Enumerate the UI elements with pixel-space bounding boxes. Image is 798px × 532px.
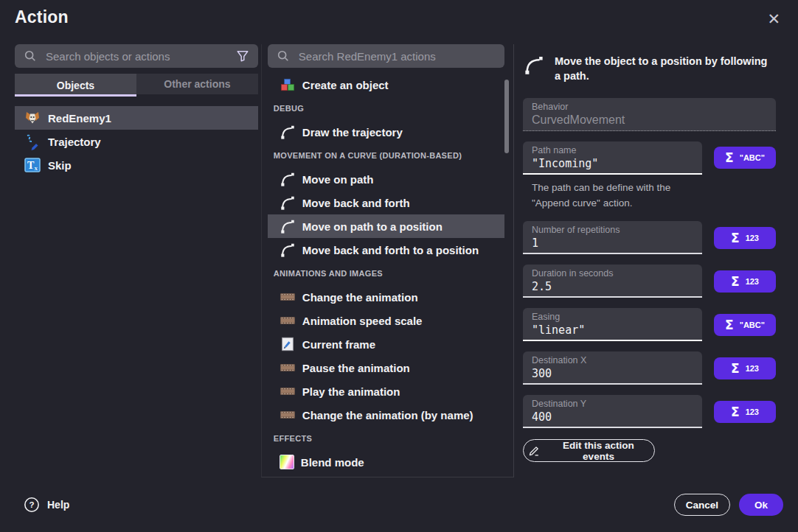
action-label: Change the animation (by name) bbox=[302, 409, 473, 421]
destination-y-field[interactable]: Destination Y bbox=[523, 395, 702, 428]
close-icon[interactable]: ✕ bbox=[760, 7, 788, 32]
blend-icon bbox=[280, 455, 294, 469]
action-label: Animation speed scale bbox=[302, 315, 423, 327]
parameters-panel: Move the object to a position by followi… bbox=[523, 44, 783, 477]
action-item-animation-speed-scale[interactable]: Animation speed scale bbox=[268, 309, 504, 332]
sigma-icon: Σ bbox=[731, 361, 740, 376]
destination-x-input[interactable] bbox=[532, 367, 693, 380]
dialog-footer: ? Help Cancel Ok bbox=[0, 477, 798, 532]
object-item-skip[interactable]: T x Skip bbox=[15, 153, 258, 177]
curve-icon bbox=[280, 171, 296, 187]
expression-editor-number-button[interactable]: Σ 123 bbox=[714, 270, 776, 293]
object-item-trajectory[interactable]: Trajectory bbox=[15, 130, 258, 153]
action-label: Move on path to a position bbox=[302, 220, 443, 233]
object-item-redenemy1[interactable]: RedEnemy1 bbox=[15, 106, 258, 130]
action-item-draw-the-trajectory[interactable]: Draw the trajectory bbox=[268, 120, 504, 144]
path-name-field[interactable]: Path name bbox=[523, 141, 702, 175]
expression-editor-string-button[interactable]: Σ "ABC" bbox=[714, 147, 776, 169]
actions-search-box[interactable] bbox=[268, 44, 504, 68]
action-label: Draw the trajectory bbox=[302, 126, 403, 139]
footer-actions: Cancel Ok bbox=[674, 494, 783, 516]
objects-search-input[interactable] bbox=[44, 49, 229, 63]
action-label: Play the animation bbox=[302, 385, 400, 398]
expression-editor-number-button[interactable]: Σ 123 bbox=[714, 357, 776, 379]
action-item-blend-mode[interactable]: Blend mode bbox=[268, 450, 504, 474]
sigma-icon: Σ bbox=[725, 150, 734, 165]
search-icon bbox=[277, 49, 290, 63]
actions-scrollbar-thumb[interactable] bbox=[504, 80, 509, 153]
destination-y-input[interactable] bbox=[532, 410, 693, 424]
path-name-input[interactable] bbox=[532, 157, 693, 170]
tab-objects[interactable]: Objects bbox=[15, 74, 136, 97]
object-label: Skip bbox=[48, 159, 72, 172]
action-item-move-on-path-to-a-position[interactable]: Move on path to a position bbox=[268, 214, 504, 238]
expression-type-label: 123 bbox=[746, 234, 759, 242]
field-label: Duration in seconds bbox=[532, 268, 693, 279]
help-button[interactable]: ? Help bbox=[24, 497, 69, 513]
expression-editor-string-button[interactable]: Σ "ABC" bbox=[714, 314, 776, 336]
action-item-current-frame[interactable]: Current frame bbox=[268, 332, 504, 356]
action-item-change-the-animation[interactable]: Change the animation bbox=[268, 285, 504, 309]
action-item-move-back-and-forth[interactable]: Move back and forth bbox=[268, 191, 504, 214]
action-item-move-on-path[interactable]: Move on path bbox=[268, 167, 504, 191]
sigma-icon: Σ bbox=[731, 231, 740, 245]
section-header-movement-on-a-curve: MOVEMENT ON A CURVE (DURATION-BASED) bbox=[268, 144, 504, 167]
section-header-effects: EFFECTS bbox=[268, 427, 504, 450]
film-icon bbox=[280, 312, 296, 329]
objects-list: RedEnemy1 Trajectory T bbox=[15, 106, 258, 177]
object-label: Trajectory bbox=[48, 136, 101, 148]
section-header-debug: DEBUG bbox=[268, 97, 504, 120]
field-label: Destination X bbox=[532, 355, 693, 365]
action-label: Current frame bbox=[302, 338, 375, 351]
duration-input[interactable] bbox=[532, 280, 693, 293]
film-icon bbox=[280, 360, 296, 376]
action-label: Pause the animation bbox=[302, 362, 410, 374]
svg-text:x: x bbox=[35, 164, 38, 172]
action-item-change-the-animation-by-name[interactable]: Change the animation (by name) bbox=[268, 403, 504, 427]
sigma-icon: Σ bbox=[731, 405, 740, 419]
object-label: RedEnemy1 bbox=[48, 112, 111, 125]
easing-field[interactable]: Easing bbox=[523, 308, 702, 341]
objects-search-box[interactable] bbox=[15, 44, 258, 68]
action-label: Change the animation bbox=[302, 291, 418, 304]
action-label: Blend mode bbox=[301, 456, 364, 469]
search-icon bbox=[24, 49, 37, 63]
filter-icon[interactable] bbox=[236, 49, 249, 63]
action-item-pause-the-animation[interactable]: Pause the animation bbox=[268, 356, 504, 379]
curve-icon bbox=[280, 124, 296, 140]
tab-other-actions[interactable]: Other actions bbox=[136, 74, 258, 97]
action-dialog: Action ✕ Objects Other actions bbox=[0, 0, 798, 532]
action-item-play-the-animation[interactable]: Play the animation bbox=[268, 379, 504, 403]
curve-icon bbox=[280, 195, 296, 211]
help-label: Help bbox=[47, 499, 69, 511]
cancel-button[interactable]: Cancel bbox=[674, 494, 730, 516]
objects-panel: Objects Other actions RedEnemy1 bbox=[15, 44, 258, 477]
path-name-helper-text: The path can be define with the "Append … bbox=[532, 181, 703, 211]
action-item-move-back-and-forth-to-a-position[interactable]: Move back and forth to a position bbox=[268, 238, 504, 262]
repetitions-field[interactable]: Number of repetitions bbox=[523, 221, 702, 254]
expression-editor-number-button[interactable]: Σ 123 bbox=[714, 227, 776, 249]
text-object-icon: T x bbox=[24, 156, 41, 174]
pencil-icon bbox=[528, 444, 541, 457]
curve-icon bbox=[523, 54, 545, 76]
repetitions-input[interactable] bbox=[532, 237, 693, 250]
duration-field[interactable]: Duration in seconds bbox=[523, 265, 702, 298]
red-enemy-sprite-icon bbox=[24, 109, 41, 127]
field-label: Easing bbox=[532, 312, 693, 322]
actions-panel: Create an object DEBUG Draw the trajecto… bbox=[261, 44, 514, 477]
action-label: Move on path bbox=[302, 173, 374, 186]
actions-list: Create an object DEBUG Draw the trajecto… bbox=[268, 73, 504, 474]
sigma-icon: Σ bbox=[731, 274, 740, 289]
easing-input[interactable] bbox=[532, 323, 693, 337]
ok-button[interactable]: Ok bbox=[739, 494, 783, 516]
field-label: Number of repetitions bbox=[532, 225, 693, 235]
expression-editor-number-button[interactable]: Σ 123 bbox=[714, 401, 776, 423]
help-icon: ? bbox=[24, 497, 40, 513]
destination-x-field[interactable]: Destination X bbox=[523, 351, 702, 385]
actions-search-input[interactable] bbox=[297, 49, 496, 63]
field-label: Destination Y bbox=[532, 399, 693, 409]
edit-action-events-button[interactable]: Edit this action events bbox=[523, 439, 655, 462]
action-item-create-an-object[interactable]: Create an object bbox=[268, 73, 504, 97]
sigma-icon: Σ bbox=[725, 318, 734, 332]
film-icon bbox=[280, 289, 296, 305]
